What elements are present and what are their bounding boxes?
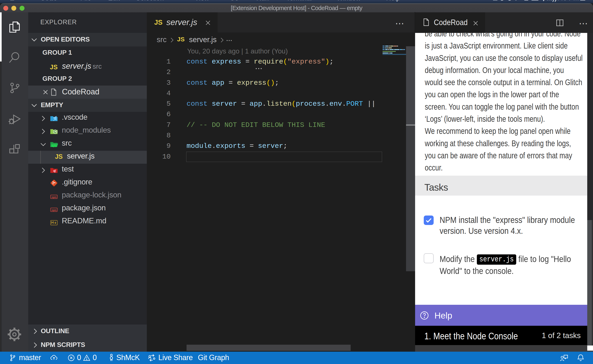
svg-text:npm: npm (52, 196, 56, 199)
svg-text:npm: npm (52, 209, 56, 212)
svg-text:JS: JS (54, 130, 57, 133)
